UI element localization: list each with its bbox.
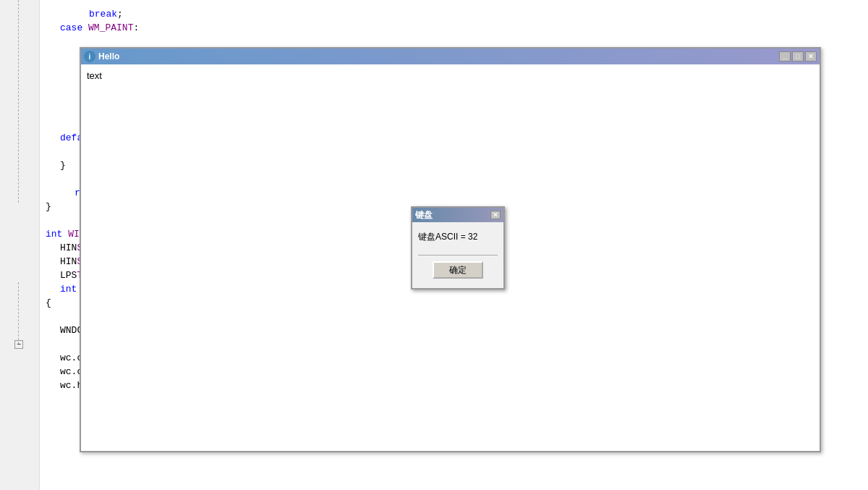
fold-line-2 — [18, 0, 19, 203]
code-line: case WM_PAINT: — [46, 21, 862, 35]
dialog-content: 键盘ASCII = 32 确定 — [412, 222, 503, 284]
hello-titlebar: i Hello _ □ ✕ — [81, 48, 820, 64]
dialog-titlebar: 键盘 ✕ — [412, 208, 503, 222]
dialog-message: 键盘ASCII = 32 — [418, 231, 498, 243]
fold-indicator[interactable]: − — [14, 340, 23, 349]
dialog-close-button[interactable]: ✕ — [490, 211, 501, 219]
hello-titlebar-buttons: _ □ ✕ — [779, 51, 817, 62]
code-editor: − break; case WM_PAINT: default } re — [0, 0, 868, 490]
dialog-buttons: 确定 — [418, 261, 498, 279]
line-number-gutter: − — [0, 0, 40, 490]
hello-window-icon: i — [84, 51, 95, 62]
dialog-divider — [418, 255, 498, 255]
hello-window-title: Hello — [98, 51, 119, 62]
fold-line — [18, 282, 19, 344]
close-button[interactable]: ✕ — [805, 51, 817, 62]
dialog-box: 键盘 ✕ 键盘ASCII = 32 确定 — [411, 206, 505, 290]
code-line: break; — [46, 7, 862, 21]
dialog-title: 键盘 — [415, 209, 433, 221]
restore-button[interactable]: □ — [792, 51, 804, 62]
minimize-button[interactable]: _ — [779, 51, 791, 62]
hello-content-text: text — [87, 70, 102, 81]
hello-content: text — [81, 64, 820, 87]
ok-button[interactable]: 确定 — [433, 261, 483, 279]
